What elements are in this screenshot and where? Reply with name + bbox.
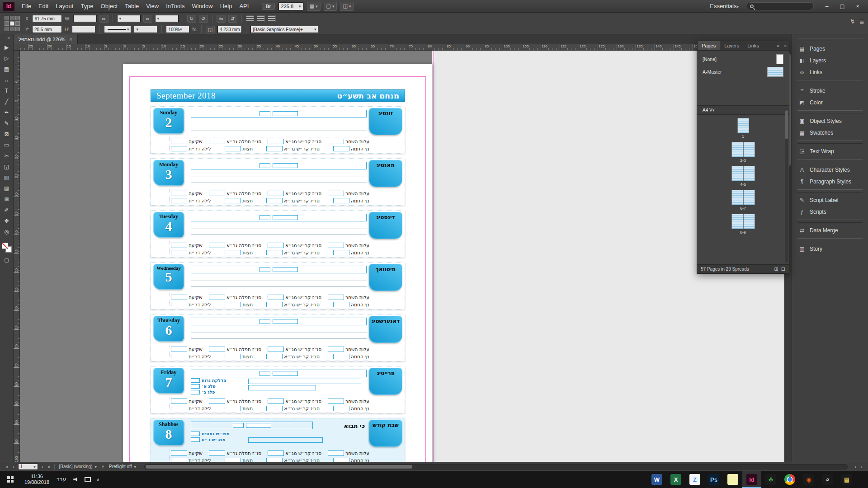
eyedropper-tool[interactable]: ✐ [1, 205, 12, 216]
gap-tool[interactable]: ↔ [1, 75, 12, 85]
preflight-dropdown[interactable]: Preflight off [107, 464, 138, 469]
reference-point-proxy[interactable] [5, 16, 20, 31]
dock-panel-layers[interactable]: ◧Layers [792, 55, 868, 66]
calendar-day-row[interactable]: Tuesday 4 דינסטיג עלות השחרסו״ז קר״ש מג״… [151, 210, 405, 258]
start-button[interactable] [0, 471, 21, 488]
volume-icon[interactable] [73, 477, 79, 482]
taskbar-app[interactable]: W [647, 471, 666, 488]
page-thumbnail[interactable] [743, 142, 755, 157]
flip-horizontal-button[interactable]: ⇋ [217, 15, 226, 23]
menu-item[interactable]: Object [97, 0, 122, 12]
corner-options-icon[interactable]: ◱ [206, 26, 215, 33]
calendar-day-row[interactable]: Monday 3 מאנטיג עלות השחרסו״ז קר״ש מג״אס… [151, 158, 405, 206]
taskbar-app[interactable]: X [666, 471, 685, 488]
tab-layers[interactable]: Layers [720, 41, 743, 50]
workspace-switcher[interactable]: Essentials [710, 3, 741, 9]
dock-panel-script-label[interactable]: ✎Script Label [792, 194, 868, 206]
dock-grip[interactable] [797, 238, 863, 241]
normal-view-mode-icon[interactable]: ▢ [4, 257, 9, 263]
horizontal-scrollbar[interactable] [144, 464, 848, 469]
language-indicator[interactable]: עבר [53, 476, 70, 483]
close-document-icon[interactable]: × [69, 37, 72, 42]
page-thumbnail[interactable] [731, 214, 743, 229]
dock-grip[interactable] [797, 220, 863, 223]
scale-x-field[interactable] [117, 15, 141, 22]
flip-vertical-button[interactable]: ⇵ [228, 15, 237, 23]
arrange-documents-button[interactable]: ◫ [340, 2, 354, 11]
free-transform-tool[interactable]: ◱ [1, 161, 12, 172]
fill-stroke-control[interactable] [2, 243, 12, 253]
dock-panel-paragraph-styles[interactable]: ¶Paragraph Styles [792, 176, 868, 188]
x-position-field[interactable]: 61.75 mm [32, 15, 62, 22]
dock-grip[interactable] [797, 189, 863, 192]
effects-label[interactable]: fx. [192, 27, 197, 32]
taskbar-app[interactable]: ☘ [761, 471, 780, 488]
page-thumbnail[interactable] [743, 190, 755, 205]
page-thumbnail[interactable] [731, 190, 743, 205]
direct-selection-tool[interactable]: ▷ [1, 53, 12, 64]
taskbar-clock[interactable]: 11:36 19/08/2018 [21, 474, 53, 485]
calendar-day-row[interactable]: Wednesday 5 מיטוואך עלות השחרסו״ז קר״ש מ… [151, 262, 405, 310]
next-page-button[interactable]: › [41, 464, 44, 469]
dock-panel-character-styles[interactable]: ACharacter Styles [792, 164, 868, 176]
previous-page-button[interactable]: ‹ [12, 464, 15, 469]
last-page-button[interactable]: » [47, 464, 51, 469]
constrain-dimensions-icon[interactable]: ∞ [99, 15, 108, 23]
dock-panel-object-styles[interactable]: ▣Object Styles [792, 115, 868, 127]
dock-panel-scripts[interactable]: ƒScripts [792, 206, 868, 218]
bridge-button[interactable]: Br [262, 3, 274, 10]
scissors-tool[interactable]: ✂ [1, 150, 12, 161]
menu-item[interactable]: Help [217, 0, 236, 12]
y-position-field[interactable]: 20.5 mm [32, 26, 62, 33]
dock-panel-pages[interactable]: ▤Pages [792, 43, 868, 55]
taskbar-app[interactable] [723, 471, 742, 488]
page-thumbnail[interactable] [737, 118, 749, 133]
document-tab[interactable]: סאמפל.indd @ 226% × [14, 34, 78, 44]
new-spread-button[interactable]: ⊞ [774, 266, 778, 272]
dock-panel-data-merge[interactable]: ⇄Data Merge [792, 225, 868, 236]
close-button[interactable]: × [850, 1, 865, 12]
rotation-angle-field[interactable] [155, 15, 179, 22]
page-thumbnail[interactable] [731, 166, 743, 181]
rotate-cw-button[interactable]: ↻ [187, 15, 196, 23]
menu-item[interactable]: File [18, 0, 35, 12]
dock-grip[interactable] [797, 80, 863, 83]
dock-panel-story[interactable]: ▥Story [792, 243, 868, 255]
page-thumbnail-group[interactable]: 1 [697, 118, 789, 139]
document-page[interactable]: September 2018 מנחם אב תשע״ט Sunday 2 זו… [123, 64, 432, 462]
dock-panel-links[interactable]: ∞Links [792, 66, 868, 78]
calendar-day-row-shabbos[interactable]: Shabbos 8 שבת קודש כי תבוא מוצ״ש גאונים … [151, 418, 405, 462]
master-none-thumbnail[interactable] [776, 54, 783, 64]
page-size-selector[interactable]: A4 V [703, 108, 716, 113]
gradient-feather-tool[interactable]: ▨ [1, 183, 12, 194]
dock-grip[interactable] [797, 110, 863, 113]
taskbar-app[interactable]: ⌕ [818, 471, 837, 488]
dock-panel-stroke[interactable]: ≡Stroke [792, 85, 868, 97]
page-thumbnail[interactable] [731, 142, 743, 157]
pencil-tool[interactable]: ✎ [1, 118, 12, 129]
scroll-left-button[interactable]: ‹ [854, 464, 858, 469]
panel-scrollbar[interactable] [785, 109, 788, 263]
vertical-ruler[interactable]: 0510152025303540455055606570758085909510… [14, 51, 20, 462]
scrollbar-thumb[interactable] [785, 110, 788, 139]
rectangle-frame-tool[interactable]: ⊠ [1, 129, 12, 140]
restore-button[interactable]: ▢ [835, 1, 850, 12]
tab-pages[interactable]: Pages [697, 41, 720, 50]
collapse-tools-icon[interactable]: » [0, 34, 13, 41]
screen-mode-button[interactable]: ▢ [324, 2, 337, 11]
control-panel-menu-icon[interactable]: ≣ [859, 18, 864, 25]
page-thumbnail-group[interactable]: 6-7 [697, 190, 789, 211]
page-thumbnail[interactable] [743, 166, 755, 181]
dock-panel-text-wrap[interactable]: ◲Text Wrap [792, 145, 868, 157]
opacity-field[interactable]: 100% [166, 26, 189, 33]
quick-apply-icon[interactable]: ↯ [850, 18, 855, 25]
dock-grip[interactable] [797, 159, 863, 162]
rotate-ccw-button[interactable]: ↺ [199, 15, 208, 23]
page-number-field[interactable]: 1 [18, 464, 38, 470]
menu-item[interactable]: API [236, 0, 252, 12]
menu-item[interactable]: Type [77, 0, 97, 12]
hand-tool[interactable]: ✥ [1, 216, 12, 226]
preflight-profile-dropdown[interactable]: [Basic] (working) [57, 464, 99, 469]
type-tool[interactable]: T [1, 85, 12, 96]
dock-panel-swatches[interactable]: ▦Swatches [792, 127, 868, 139]
